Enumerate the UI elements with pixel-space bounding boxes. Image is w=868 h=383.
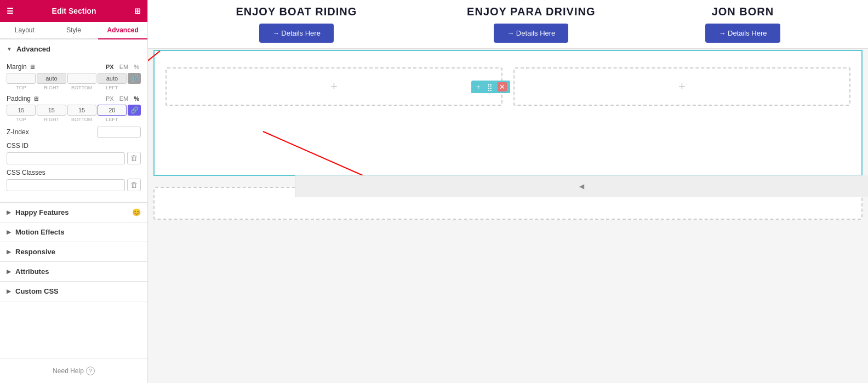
details-btn-1[interactable]: → Details Here	[494, 24, 568, 43]
margin-bottom-input[interactable]	[67, 73, 96, 84]
custom-css-header[interactable]: ▶ Custom CSS	[0, 282, 147, 301]
margin-top-input[interactable]	[7, 73, 36, 84]
padding-label-row: Padding 🖥 PX EM %	[7, 95, 141, 102]
advanced-body: Margin 🖥 PX EM % 🔗	[0, 59, 147, 202]
cssid-input[interactable]	[7, 152, 125, 164]
cssclasses-delete-button[interactable]: 🗑	[127, 179, 141, 191]
left-panel: ☰ Edit Section ⊞ Layout Style Advanced ▼…	[0, 0, 148, 383]
padding-bottom-input[interactable]	[67, 105, 96, 116]
monitor-icon-2: 🖥	[33, 95, 39, 102]
hamburger-icon[interactable]: ☰	[7, 7, 14, 15]
cards-area: ENJOY BOAT RIDING → Details Here ENJOY P…	[148, 0, 868, 49]
margin-right-label: RIGHT	[37, 85, 66, 90]
padding-bottom-label: BOTTOM	[67, 117, 96, 122]
padding-unit-em[interactable]: EM	[118, 95, 130, 102]
attributes-label: Attributes	[15, 267, 49, 276]
tabs-row: Layout Style Advanced	[0, 22, 147, 39]
chevron-right-icon-happy: ▶	[7, 209, 11, 215]
padding-right-label: RIGHT	[37, 117, 66, 122]
padding-unit-px[interactable]: PX	[104, 95, 116, 102]
custom-css-label: Custom CSS	[15, 287, 59, 295]
chevron-right-icon-responsive: ▶	[7, 249, 11, 255]
chevron-right-icon-attributes: ▶	[7, 268, 11, 275]
cssclasses-input[interactable]	[7, 179, 125, 191]
attributes-header[interactable]: ▶ Attributes	[0, 262, 147, 281]
move-section-button[interactable]: ⣿	[486, 82, 494, 92]
plus-icon-left: +	[330, 79, 338, 94]
margin-label: Margin 🖥	[7, 63, 35, 71]
right-panel: ENJOY BOAT RIDING → Details Here ENJOY P…	[148, 0, 868, 383]
card-title-1: ENJOY PARA DRIVING	[467, 5, 595, 18]
motion-effects-header[interactable]: ▶ Motion Effects	[0, 222, 147, 242]
details-btn-2[interactable]: → Details Here	[705, 24, 780, 43]
add-column-right[interactable]: +	[513, 67, 850, 106]
margin-field: Margin 🖥 PX EM % 🔗	[7, 63, 141, 90]
add-section-button[interactable]: +	[475, 82, 482, 92]
svg-line-0	[148, 51, 160, 95]
margin-link-button[interactable]: 🔗	[128, 73, 141, 84]
responsive-header[interactable]: ▶ Responsive	[0, 242, 147, 261]
custom-css-section: ▶ Custom CSS	[0, 282, 147, 301]
margin-unit-pct[interactable]: %	[132, 63, 141, 71]
padding-right-input[interactable]	[37, 105, 66, 116]
margin-right-input[interactable]	[37, 73, 66, 84]
chevron-right-icon-css: ▶	[7, 288, 11, 294]
cssclasses-row: 🗑	[7, 179, 141, 191]
responsive-label: Responsive	[15, 248, 55, 256]
tab-layout[interactable]: Layout	[0, 22, 49, 39]
margin-left-label: LEFT	[98, 85, 127, 90]
motion-effects-section: ▶ Motion Effects	[0, 222, 147, 242]
monitor-icon: 🖥	[29, 64, 35, 70]
card-title-2: JON BORN	[712, 5, 774, 18]
cssid-row: 🗑	[7, 152, 141, 164]
padding-left-input[interactable]	[98, 105, 127, 116]
padding-top-input[interactable]	[7, 105, 36, 116]
plus-icon-right: +	[678, 79, 686, 94]
happy-features-label: Happy Features	[15, 208, 69, 216]
chevron-right-icon-motion: ▶	[7, 229, 11, 235]
card-item-2: JON BORN → Details Here	[705, 5, 780, 43]
add-column-left[interactable]: +	[165, 67, 502, 106]
panel-header: ☰ Edit Section ⊞	[0, 0, 147, 22]
padding-left-label: LEFT	[98, 117, 127, 122]
details-btn-0[interactable]: → Details Here	[259, 24, 334, 43]
panel-collapse-button[interactable]: ◀	[295, 175, 868, 197]
margin-unit-em[interactable]: EM	[118, 63, 130, 71]
margin-bottom-label: BOTTOM	[67, 85, 96, 90]
cssid-label: CSS ID	[7, 142, 141, 150]
need-help-label: Need Help	[53, 367, 84, 375]
advanced-accordion-header[interactable]: ▼ Advanced	[0, 39, 147, 59]
zindex-row: Z-Index	[7, 127, 141, 138]
zindex-input[interactable]	[97, 127, 141, 138]
cssclasses-label: CSS Classes	[7, 169, 141, 176]
grid-icon[interactable]: ⊞	[134, 7, 141, 15]
margin-unit-px[interactable]: PX	[104, 63, 116, 71]
card-item-0: ENJOY BOAT RIDING → Details Here	[236, 5, 357, 43]
panel-title: Edit Section	[52, 7, 96, 15]
chevron-down-icon: ▼	[7, 46, 12, 52]
cssid-delete-button[interactable]: 🗑	[127, 152, 141, 164]
motion-effects-label: Motion Effects	[15, 228, 65, 236]
padding-top-label: TOP	[7, 117, 36, 122]
card-title-0: ENJOY BOAT RIDING	[236, 5, 357, 18]
help-icon[interactable]: ?	[86, 367, 95, 375]
happy-features-section: ▶ Happy Features 😊	[0, 203, 147, 222]
margin-label-row: Margin 🖥 PX EM %	[7, 63, 141, 71]
close-section-button[interactable]: ✕	[498, 82, 507, 92]
happy-features-header[interactable]: ▶ Happy Features 😊	[0, 203, 147, 222]
tab-advanced[interactable]: Advanced	[98, 22, 147, 39]
need-help-row: Need Help ?	[0, 358, 147, 383]
margin-units: PX EM %	[104, 63, 141, 71]
padding-unit-pct[interactable]: %	[132, 95, 141, 102]
responsive-section: ▶ Responsive	[0, 242, 147, 262]
tab-style[interactable]: Style	[49, 22, 99, 39]
zindex-label: Z-Index	[7, 128, 29, 136]
advanced-section: ▼ Advanced Margin 🖥 PX EM %	[0, 39, 147, 203]
attributes-section: ▶ Attributes	[0, 262, 147, 282]
advanced-label: Advanced	[16, 45, 50, 53]
padding-sublabels: TOP RIGHT BOTTOM LEFT	[7, 117, 141, 122]
padding-link-button[interactable]: 🔗	[128, 105, 141, 116]
happy-features-icon: 😊	[132, 208, 141, 216]
margin-left-input[interactable]	[98, 73, 127, 84]
margin-inputs: 🔗	[7, 73, 141, 84]
